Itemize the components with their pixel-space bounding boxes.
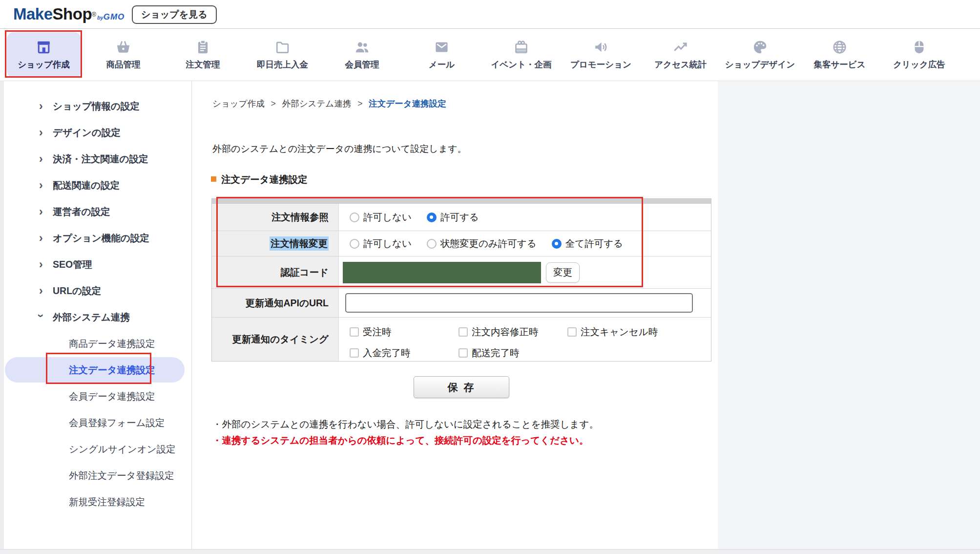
tab-label: ショップデザイン [725, 59, 795, 70]
breadcrumb-external-system[interactable]: 外部システム連携 [282, 99, 352, 108]
sidebar-item-payment-order[interactable]: ›決済・注文関連の設定 [4, 146, 191, 172]
event-icon [513, 39, 529, 55]
makeshop-logo[interactable]: MakeShop®byGMO [13, 5, 125, 23]
tab-shop-design[interactable]: ショップデザイン [720, 29, 800, 81]
tab-label: 注文管理 [186, 59, 220, 70]
tab-mail[interactable]: メール [402, 29, 481, 81]
sidebar-item-member-registration-form[interactable]: 会員登録フォーム設定 [4, 409, 191, 436]
chevron-right-icon: › [39, 127, 43, 138]
clipboard-icon [195, 39, 211, 55]
chevron-right-icon: › [39, 259, 43, 270]
tab-product-management[interactable]: 商品管理 [83, 29, 163, 81]
makeshop-admin-page: MakeShop®byGMO ショップを見る ショップ作成 [0, 0, 980, 554]
breadcrumb-separator: > [357, 99, 362, 108]
radio-option-allow-all[interactable]: 全て許可する [552, 237, 623, 250]
mouse-icon [911, 39, 927, 55]
tab-same-day-deposit[interactable]: 即日売上入金 [243, 29, 322, 81]
mail-icon [434, 39, 450, 55]
row-label: 更新通知のタイミング [212, 318, 339, 361]
sidebar-item-shop-info[interactable]: ›ショップ情報の設定 [4, 93, 191, 119]
palette-icon [752, 39, 768, 55]
checkbox-option-delivery-completed[interactable]: 配送完了時 [459, 346, 567, 360]
radio-checked-icon[interactable] [427, 213, 437, 222]
checkbox-option-order-received[interactable]: 受注時 [350, 325, 459, 339]
orange-bullet-icon [211, 176, 216, 182]
radio-unchecked-icon[interactable] [350, 213, 359, 222]
tab-shop-create-pill: ショップ作成 [7, 32, 81, 78]
chevron-right-icon: › [39, 233, 43, 244]
table-row-order-info-reference: 注文情報参照 許可しない 許可する [212, 204, 711, 231]
tab-order-management[interactable]: 注文管理 [163, 29, 243, 81]
logo-registered-mark: ® [92, 11, 96, 18]
sidebar-item-url[interactable]: ›URLの設定 [4, 277, 191, 304]
page-description: 外部のシステムとの注文データの連携について設定します。 [212, 143, 467, 155]
chevron-right-icon: › [39, 206, 43, 217]
tab-label: プロモーション [570, 59, 631, 70]
checkbox-option-payment-completed[interactable]: 入金完了時 [350, 346, 459, 360]
radio-option-deny[interactable]: 許可しない [350, 211, 412, 224]
members-icon [354, 39, 370, 55]
tab-label: クリック広告 [893, 59, 945, 70]
tab-label: 商品管理 [106, 59, 141, 70]
breadcrumb: ショップ作成 > 外部システム連携 > 注文データ連携設定 [212, 98, 446, 109]
sidebar-item-optional-functions[interactable]: ›オプション機能の設定 [4, 225, 191, 251]
checkbox-unchecked-icon[interactable] [459, 327, 468, 337]
order-data-link-settings-table: 注文情報参照 許可しない 許可する 注文情報変更 許可しない 状態変更のみ許可す… [211, 198, 711, 362]
chevron-down-icon: › [35, 314, 46, 318]
table-row-order-info-change: 注文情報変更 許可しない 状態変更のみ許可する 全て許可する [212, 231, 711, 256]
section-heading: 注文データ連携設定 [211, 173, 307, 186]
sidebar-item-product-data-link[interactable]: 商品データ連携設定 [4, 330, 191, 357]
checkbox-unchecked-icon[interactable] [350, 327, 359, 337]
sidebar-item-external-order-registration[interactable]: 外部注文データ登録設定 [4, 462, 191, 489]
change-auth-code-button[interactable]: 変更 [546, 262, 580, 283]
logo-by-text: by [97, 15, 104, 21]
row-label: 認証コード [212, 256, 339, 288]
save-button[interactable]: 保 存 [414, 376, 509, 398]
table-row-notify-api-url: 更新通知APIのURL [212, 289, 711, 318]
tab-label: ショップ作成 [18, 59, 70, 70]
checkbox-unchecked-icon[interactable] [459, 348, 468, 358]
view-shop-button[interactable]: ショップを見る [132, 5, 217, 24]
radio-option-allow[interactable]: 許可する [427, 211, 479, 224]
sidebar-item-operator[interactable]: ›運営者の設定 [4, 198, 191, 225]
checkbox-option-order-modified[interactable]: 注文内容修正時 [459, 325, 567, 339]
sidebar-item-shipping[interactable]: ›配送関連の設定 [4, 172, 191, 198]
tab-customer-attraction[interactable]: 集客サービス [800, 29, 879, 81]
tab-event-planning[interactable]: イベント・企画 [481, 29, 561, 81]
sidebar-item-order-data-link[interactable]: 注文データ連携設定 [4, 357, 191, 383]
radio-unchecked-icon[interactable] [350, 239, 359, 249]
radio-option-deny[interactable]: 許可しない [350, 237, 412, 250]
storefront-icon [36, 39, 52, 55]
basket-icon [115, 39, 131, 55]
radio-checked-icon[interactable] [552, 239, 562, 249]
tab-label: イベント・企画 [491, 59, 551, 70]
radio-unchecked-icon[interactable] [427, 239, 437, 249]
checkbox-unchecked-icon[interactable] [350, 348, 359, 358]
checkbox-option-order-cancelled[interactable]: 注文キャンセル時 [567, 325, 658, 339]
tab-member-management[interactable]: 会員管理 [322, 29, 402, 81]
chevron-right-icon: › [39, 101, 43, 112]
sidebar-item-seo[interactable]: ›SEO管理 [4, 251, 191, 277]
tab-label: 会員管理 [345, 59, 379, 70]
tab-click-ads[interactable]: クリック広告 [879, 29, 959, 81]
sidebar-item-external-system[interactable]: ›外部システム連携 [4, 304, 191, 330]
tab-promotion[interactable]: プロモーション [561, 29, 641, 81]
notify-api-url-input[interactable] [345, 293, 693, 313]
note-recommendation: ・外部のシステムとの連携を行わない場合、許可しないに設定されることを推奨します。 [212, 416, 599, 432]
table-top-strip [212, 199, 711, 204]
tab-access-analytics[interactable]: アクセス統計 [641, 29, 720, 81]
sidebar-item-design[interactable]: ›デザインの設定 [4, 119, 191, 146]
radio-option-status-change-only[interactable]: 状態変更のみ許可する [427, 237, 537, 250]
notes: ・外部のシステムとの連携を行わない場合、許可しないに設定されることを推奨します。… [212, 416, 599, 448]
sidebar-item-single-sign-on[interactable]: シングルサインオン設定 [4, 436, 191, 462]
top-nav: ショップ作成 商品管理 注文管理 [0, 29, 980, 81]
tab-label: 即日売上入金 [257, 59, 308, 70]
breadcrumb-separator: > [271, 99, 276, 108]
chevron-right-icon: › [39, 285, 43, 297]
sidebar-item-member-data-link[interactable]: 会員データ連携設定 [4, 383, 191, 409]
logo-gmo-text: GMO [104, 12, 125, 21]
checkbox-unchecked-icon[interactable] [567, 327, 577, 337]
tab-shop-create[interactable]: ショップ作成 [4, 29, 83, 81]
breadcrumb-shop-create[interactable]: ショップ作成 [212, 99, 265, 108]
sidebar-item-new-order-registration[interactable]: 新規受注登録設定 [4, 489, 191, 515]
